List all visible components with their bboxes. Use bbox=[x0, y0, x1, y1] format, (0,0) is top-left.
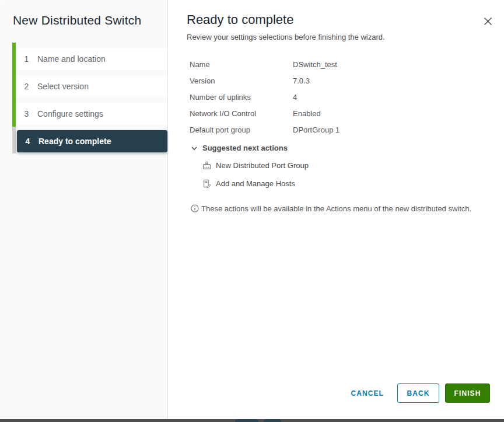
step-label: Ready to complete bbox=[38, 137, 111, 146]
step-number: 1 bbox=[16, 54, 37, 64]
background-artifact bbox=[235, 419, 258, 422]
row-label: Version bbox=[190, 76, 293, 85]
sidebar-step-ready-to-complete[interactable]: 4 Ready to complete bbox=[17, 130, 167, 152]
info-icon bbox=[191, 204, 199, 212]
action-new-distributed-port-group[interactable]: New Distributed Port Group bbox=[202, 161, 309, 170]
info-note-text: These actions will be available in the A… bbox=[201, 204, 471, 213]
step-number: 3 bbox=[16, 109, 37, 118]
row-value: DPortGroup 1 bbox=[293, 125, 340, 134]
wizard-title: New Distributed Switch bbox=[13, 13, 141, 27]
table-row: Number of uplinks 4 bbox=[190, 89, 440, 105]
table-row: Default port group DPortGroup 1 bbox=[190, 121, 440, 138]
close-icon bbox=[483, 16, 493, 26]
row-label: Name bbox=[190, 60, 293, 69]
cancel-button[interactable]: CANCEL bbox=[350, 386, 385, 401]
wizard-footer: CANCEL BACK FINISH bbox=[350, 383, 490, 403]
step-number: 2 bbox=[16, 82, 37, 91]
action-add-and-manage-hosts[interactable]: Add and Manage Hosts bbox=[202, 179, 295, 188]
action-label: Add and Manage Hosts bbox=[216, 179, 295, 188]
row-value: DSwitch_test bbox=[293, 60, 337, 69]
step-progress-rail-current bbox=[12, 127, 16, 154]
row-value: Enabled bbox=[293, 109, 321, 118]
table-row: Version 7.0.3 bbox=[190, 72, 440, 89]
sidebar-step-name-and-location[interactable]: 1 Name and location bbox=[16, 48, 167, 70]
page-title: Ready to complete bbox=[187, 12, 293, 27]
add-hosts-icon bbox=[202, 179, 211, 188]
background-bleed-strip bbox=[0, 419, 504, 422]
row-value: 4 bbox=[293, 93, 297, 102]
suggested-next-actions-label: Suggested next actions bbox=[202, 144, 288, 152]
settings-summary-table: Name DSwitch_test Version 7.0.3 Number o… bbox=[190, 56, 440, 138]
step-label: Select version bbox=[37, 82, 89, 91]
suggested-next-actions-toggle[interactable]: Suggested next actions bbox=[191, 144, 288, 152]
row-label: Network I/O Control bbox=[190, 109, 293, 118]
wizard-sidebar: New Distributed Switch 1 Name and locati… bbox=[0, 0, 168, 419]
info-note: These actions will be available in the A… bbox=[191, 204, 485, 214]
row-value: 7.0.3 bbox=[293, 76, 310, 85]
new-distributed-switch-wizard-dialog: New Distributed Switch 1 Name and locati… bbox=[0, 0, 504, 422]
action-label: New Distributed Port Group bbox=[216, 161, 309, 170]
close-button[interactable] bbox=[481, 14, 495, 28]
wizard-content-panel: Ready to complete Review your settings s… bbox=[169, 0, 504, 419]
step-number: 4 bbox=[17, 137, 38, 146]
wizard-subtitle: Review your settings selections before f… bbox=[187, 33, 385, 41]
finish-button[interactable]: FINISH bbox=[445, 383, 490, 403]
step-label: Name and location bbox=[37, 54, 106, 64]
chevron-down-icon bbox=[191, 145, 198, 152]
row-label: Number of uplinks bbox=[190, 93, 293, 102]
table-row: Name DSwitch_test bbox=[190, 56, 440, 72]
port-group-icon bbox=[202, 161, 211, 170]
sidebar-step-configure-settings[interactable]: 3 Configure settings bbox=[16, 103, 167, 125]
step-label: Configure settings bbox=[37, 109, 103, 118]
row-label: Default port group bbox=[190, 125, 293, 134]
sidebar-step-select-version[interactable]: 2 Select version bbox=[16, 75, 167, 97]
back-button[interactable]: BACK bbox=[397, 383, 439, 403]
table-row: Network I/O Control Enabled bbox=[190, 105, 440, 121]
background-artifact bbox=[264, 419, 281, 422]
